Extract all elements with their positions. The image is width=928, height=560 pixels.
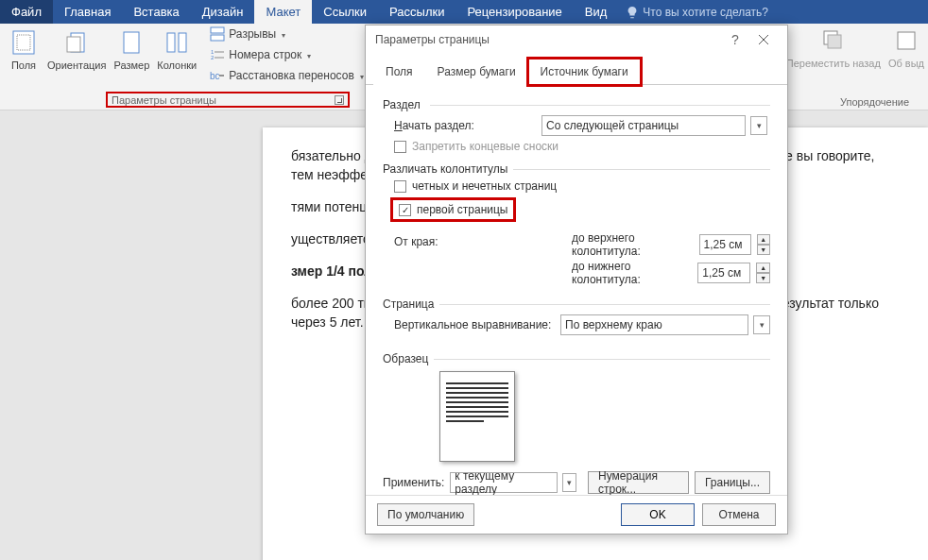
svg-text:bc: bc — [210, 71, 220, 81]
headers-footers-group-label: Различать колонтитулы — [383, 162, 770, 176]
dialog-tabs: Поля Размер бумаги Источник бумаги — [366, 58, 787, 85]
send-backward-icon — [818, 25, 849, 56]
margins-label: Поля — [11, 59, 36, 72]
borders-dialog-button[interactable]: Границы... — [695, 471, 770, 494]
tab-home[interactable]: Главная — [53, 0, 122, 24]
svg-rect-7 — [211, 27, 224, 33]
odd-even-label: четных и нечетных страниц — [412, 179, 557, 193]
page-setup-caption-text: Параметры страницы — [112, 94, 216, 106]
section-start-combo-arrow[interactable]: ▾ — [750, 116, 767, 135]
page-group-label: Страница — [383, 297, 770, 311]
hyphenation-label: Расстановка переносов — [229, 69, 354, 82]
dialog-help-button[interactable]: ? — [721, 28, 749, 51]
suppress-endnotes-checkbox[interactable] — [394, 141, 406, 153]
selection-pane-icon — [891, 25, 921, 56]
tab-design[interactable]: Дизайн — [191, 0, 255, 24]
breaks-icon — [210, 26, 225, 42]
footer-spin-down[interactable]: ▼ — [756, 273, 770, 283]
footer-spin-up[interactable]: ▲ — [756, 263, 770, 273]
tab-review[interactable]: Рецензирование — [455, 0, 573, 24]
send-backward-label: Переместить назад — [786, 58, 881, 70]
dialog-titlebar[interactable]: Параметры страницы ? — [366, 25, 787, 54]
orientation-button[interactable]: Ориентация — [43, 25, 110, 74]
line-numbers-icon: 12 — [210, 47, 225, 62]
preview-thumbnail — [439, 371, 515, 462]
lightbulb-icon — [626, 6, 639, 19]
footer-distance-input[interactable]: 1,25 см — [697, 263, 750, 283]
tab-mailings[interactable]: Рассылки — [378, 0, 455, 24]
vertical-align-label: Вертикальное выравнивание: — [394, 318, 555, 331]
section-start-combo[interactable]: Со следующей страницы — [541, 115, 746, 136]
section-group-label: Раздел — [383, 98, 770, 111]
size-button[interactable]: Размер — [110, 25, 153, 74]
odd-even-checkbox[interactable] — [394, 180, 406, 193]
first-page-label: первой страницы — [417, 203, 507, 216]
svg-rect-8 — [211, 35, 224, 41]
close-icon — [758, 34, 769, 45]
from-edge-label: От края: — [394, 235, 572, 248]
dialog-body: Раздел Начать раздел: Со следующей стран… — [366, 85, 787, 495]
suppress-endnotes-label: Запретить концевые сноски — [412, 140, 559, 153]
dialog-title: Параметры страницы — [375, 33, 721, 46]
apply-to-value: к текущему разделу — [455, 469, 553, 495]
line-numbers-button[interactable]: 12 Номера строк — [208, 46, 366, 63]
size-label: Размер — [113, 59, 149, 72]
tab-layout[interactable]: Макет — [254, 0, 312, 24]
margins-icon — [9, 27, 39, 58]
line-numbers-label: Номера строк — [229, 48, 301, 61]
footer-distance-value: 1,25 см — [702, 266, 741, 280]
svg-rect-4 — [124, 32, 139, 53]
margins-button[interactable]: Поля — [4, 25, 43, 74]
line-numbers-dialog-button[interactable]: Нумерация строк... — [588, 471, 689, 494]
arrange-group-caption: Упорядочение — [840, 96, 909, 108]
apply-to-combo-arrow[interactable]: ▾ — [562, 473, 576, 492]
vertical-align-combo[interactable]: По верхнему краю — [560, 314, 748, 335]
footer-distance-label: до нижнего колонтитула: — [572, 260, 692, 286]
preview-group-label: Образец — [383, 352, 770, 365]
dialog-tab-margins[interactable]: Поля — [373, 59, 425, 85]
columns-button[interactable]: Колонки — [153, 25, 200, 74]
page-setup-group-caption[interactable]: Параметры страницы — [106, 92, 350, 108]
orientation-label: Ориентация — [47, 59, 106, 72]
first-page-checkbox[interactable] — [399, 204, 411, 216]
size-icon — [116, 27, 146, 58]
breaks-button[interactable]: Разрывы — [208, 25, 366, 42]
apply-to-combo[interactable]: к текущему разделу — [450, 472, 558, 493]
breaks-label: Разрывы — [229, 27, 276, 41]
hyphenation-icon: bc — [210, 68, 225, 83]
tab-view[interactable]: Вид — [574, 0, 619, 24]
tab-file[interactable]: Файл — [0, 0, 53, 24]
header-spin-down[interactable]: ▼ — [757, 245, 770, 255]
page-setup-dialog: Параметры страницы ? Поля Размер бумаги … — [365, 25, 788, 535]
header-distance-input[interactable]: 1,25 см — [699, 234, 751, 255]
dialog-launcher-icon[interactable] — [335, 95, 344, 105]
dialog-tab-layout[interactable]: Источник бумаги — [528, 59, 641, 85]
header-spin-up[interactable]: ▲ — [757, 234, 770, 245]
section-start-label: Начать раздел: — [394, 119, 536, 132]
cancel-button[interactable]: Отмена — [702, 503, 776, 526]
hyphenation-button[interactable]: bc Расстановка переносов — [208, 67, 366, 84]
dialog-tab-paper[interactable]: Размер бумаги — [425, 59, 528, 85]
tab-references[interactable]: Ссылки — [312, 0, 378, 24]
columns-label: Колонки — [157, 59, 197, 72]
selection-pane-label: Об выд — [888, 58, 924, 70]
svg-rect-6 — [179, 33, 186, 52]
tell-me-box[interactable]: Что вы хотите сделать? — [626, 0, 768, 24]
vertical-align-combo-arrow[interactable]: ▾ — [753, 315, 770, 334]
apply-to-label: Применить: — [383, 476, 444, 489]
svg-rect-5 — [167, 33, 175, 52]
tell-me-text: Что вы хотите сделать? — [643, 6, 768, 19]
svg-text:2: 2 — [211, 55, 215, 60]
orientation-icon — [61, 27, 92, 58]
svg-rect-3 — [67, 37, 80, 52]
ok-button[interactable]: OK — [621, 503, 695, 526]
vertical-align-value: По верхнему краю — [565, 318, 662, 331]
dialog-close-button[interactable] — [749, 28, 778, 51]
header-distance-value: 1,25 см — [704, 238, 743, 251]
set-default-button[interactable]: По умолчанию — [377, 503, 474, 526]
header-distance-label: до верхнего колонтитула: — [572, 231, 694, 258]
svg-rect-19 — [898, 32, 915, 49]
dialog-footer: По умолчанию OK Отмена — [366, 495, 787, 534]
tab-insert[interactable]: Вставка — [122, 0, 190, 24]
first-page-highlight: первой страницы — [390, 197, 516, 222]
